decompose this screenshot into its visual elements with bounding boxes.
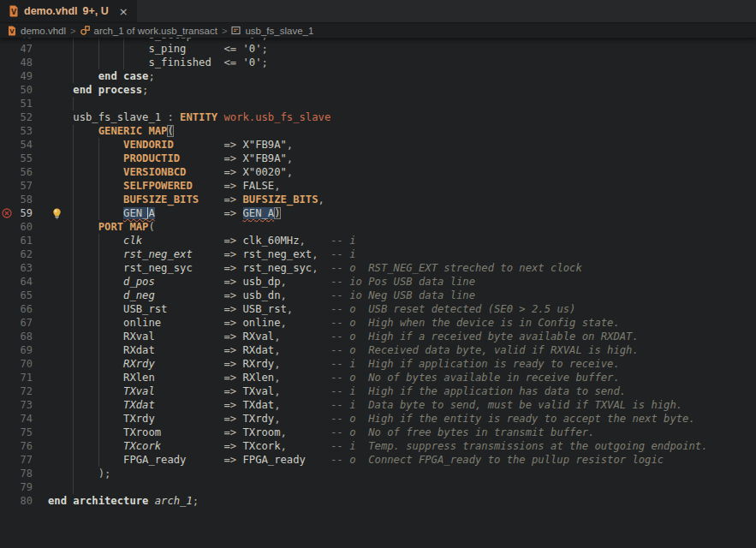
code-line[interactable]: 61 clk => clk_60MHz, -- i (0, 234, 756, 247)
code-line[interactable]: 70 RXrdy => RXrdy, -- i High if applicat… (0, 357, 756, 371)
code-token: => (223, 152, 242, 164)
code-line[interactable]: 62 rst_neg_ext => rst_neg_ext, -- i (0, 247, 756, 261)
code-token: BUFSIZE_BITS (123, 194, 223, 206)
code-line[interactable]: 67 online => online, -- o High when the … (0, 316, 756, 330)
code-line[interactable]: 64 d_pos => usb_dp, -- io Pos USB data l… (0, 275, 756, 289)
class-icon (80, 26, 90, 35)
code-token: RXrdy (123, 358, 223, 370)
code-text: PRODUCTID => X"FB9A", (48, 152, 293, 165)
code-token: , (274, 385, 280, 397)
code-line[interactable]: 71 RXlen => RXlen, -- o No of bytes avai… (0, 371, 756, 384)
code-token (306, 235, 330, 247)
code-line[interactable]: 60 PORT MAP( (0, 220, 756, 234)
code-text: s_ping <= '0'; (48, 42, 268, 56)
code-token (281, 344, 331, 356)
code-token (48, 468, 98, 480)
code-text: rst_neg_ext => rst_neg_ext, -- i (48, 247, 356, 261)
code-line[interactable]: 69 RXdat => RXdat, -- o Received data by… (0, 343, 756, 357)
line-number: 48 (0, 56, 33, 69)
code-text: d_pos => usb_dp, -- io Pos USB data line (48, 275, 475, 289)
code-line[interactable]: 58 BUFSIZE_BITS => BUFSIZE_BITS, (0, 193, 756, 206)
code-token: <= (223, 57, 242, 68)
code-line[interactable]: 65 d_neg => usb_dn, -- io Neg USB data l… (0, 289, 756, 302)
code-line[interactable]: 52 usb_fs_slave_1 : ENTITY work.usb_fs_s… (0, 110, 756, 124)
code-token: , (281, 289, 287, 301)
breadcrumb-file[interactable]: demo.vhdl (21, 26, 66, 36)
code-line[interactable]: 56 VERSIONBCD => X"0020", (0, 165, 756, 179)
breadcrumb-scope[interactable]: arch_1 of work.usb_transact (94, 26, 217, 36)
code-token: s_ping (48, 43, 223, 55)
line-number: 72 (0, 384, 33, 398)
code-token: online (242, 317, 280, 329)
code-text: TXdat => TXdat, -- i Data byte to send, … (48, 398, 682, 412)
line-number: 47 (0, 42, 33, 56)
line-number: 60 (0, 220, 33, 234)
code-line[interactable]: 79 (0, 480, 756, 494)
code-line[interactable]: 49 end case; (0, 69, 756, 83)
code-line[interactable]: 51 (0, 97, 756, 110)
code-token (281, 413, 331, 425)
close-icon[interactable]: × (119, 6, 128, 17)
code-token: -- i (330, 235, 355, 247)
code-token: '0' (242, 38, 261, 41)
code-line[interactable]: 76 TXcork => TXcork, -- i Temp. suppress… (0, 439, 756, 453)
code-token: => (223, 235, 242, 247)
code-line[interactable]: 47 s_ping <= '0'; (0, 42, 756, 56)
code-line[interactable]: 73 TXdat => TXdat, -- i Data byte to sen… (0, 398, 756, 412)
code-token: GENERIC MAP (98, 125, 168, 137)
line-number: 49 (0, 69, 33, 83)
code-text: TXrdy => TXrdy, -- o High if the entity … (48, 412, 695, 426)
code-token (48, 221, 98, 233)
code-line[interactable]: 75 TXroom => TXroom, -- o No of free byt… (0, 426, 756, 439)
code-token: -- i High if the application has data to… (330, 385, 626, 397)
code-token: -- o No of bytes available in receive bu… (330, 372, 620, 384)
code-token: end case (98, 70, 149, 82)
code-line[interactable]: 50 end process; (0, 83, 756, 97)
code-token (48, 166, 123, 178)
tab-demo-vhdl[interactable]: V demo.vhdl 9+, U × (0, 0, 137, 22)
code-line[interactable]: 48 s_finished <= '0'; (0, 56, 756, 69)
code-token: '0' (242, 57, 261, 68)
code-token: TXval (123, 385, 223, 397)
code-line[interactable]: 74 TXrdy => TXrdy, -- o High if the enti… (0, 412, 756, 426)
code-token: -- o Received data byte, valid if RXVAL … (330, 344, 639, 356)
editor[interactable]: 46 s_setup <= '0';47 s_ping <= '0';48 s_… (0, 38, 756, 547)
code-token: => (223, 180, 242, 192)
code-token: ; (148, 70, 154, 82)
code-line[interactable]: 63 rst_neg_syc => rst_neg_syc, -- o RST_… (0, 261, 756, 275)
code-line[interactable]: 78 ); (0, 467, 756, 480)
line-number: 79 (0, 480, 33, 494)
code-line[interactable]: 53 GENERIC MAP( (0, 124, 756, 138)
code-token: VERSIONBCD (123, 166, 223, 178)
code-token: GEN_ (123, 207, 148, 219)
line-number: 62 (0, 247, 33, 261)
code-token: RXdat (242, 344, 274, 356)
code-token (287, 289, 330, 301)
code-line[interactable]: 68 RXval => RXval, -- o High if a receiv… (0, 330, 756, 343)
code-line[interactable]: 80end architecture arch_1; (0, 494, 756, 508)
code-text: TXval => TXval, -- i High if the applica… (48, 384, 626, 398)
line-number: 55 (0, 152, 33, 165)
breadcrumb-symbol[interactable]: usb_fs_slave_1 (245, 26, 313, 36)
code-text: GEN_A => GEN_A) (48, 206, 281, 220)
code-token: A (148, 207, 154, 219)
code-text: BUFSIZE_BITS => BUFSIZE_BITS, (48, 193, 324, 206)
code-line[interactable]: 55 PRODUCTID => X"FB9A", (0, 152, 756, 165)
code-line[interactable]: 59 GEN_A => GEN_A) (0, 206, 756, 220)
code-line[interactable]: 77 FPGA_ready => FPGA_ready -- o Connect… (0, 453, 756, 467)
code-token: , (281, 276, 287, 288)
breadcrumb: V demo.vhdl > arch_1 of work.usb_transac… (0, 23, 756, 38)
code-token (287, 317, 330, 329)
code-token: => (223, 166, 242, 178)
code-token: => (223, 385, 242, 397)
code-line[interactable]: 57 SELFPOWERED => FALSE, (0, 179, 756, 193)
code-token: d_pos (123, 276, 223, 288)
code-token: FPGA_ready (242, 454, 305, 466)
code-token: <= (223, 43, 242, 55)
code-line[interactable]: 66 USB_rst => USB_rst, -- o USB reset de… (0, 302, 756, 316)
code-token: ) (274, 207, 280, 219)
code-line[interactable]: 72 TXval => TXval, -- i High if the appl… (0, 384, 756, 398)
code-line[interactable]: 54 VENDORID => X"FB9A", (0, 138, 756, 152)
code-token: RXval (242, 331, 274, 342)
code-token: online (123, 317, 223, 329)
